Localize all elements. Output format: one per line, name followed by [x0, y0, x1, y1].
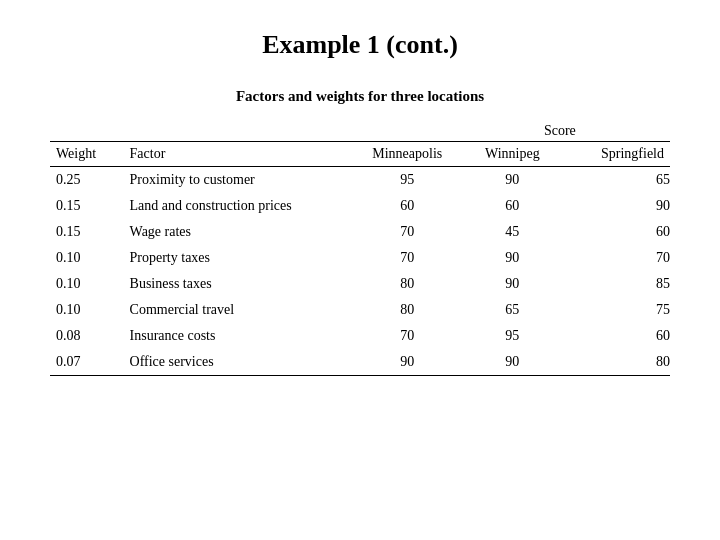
factor-cell: Commercial travel — [124, 297, 355, 323]
table-row: 0.15Wage rates704560 — [50, 219, 670, 245]
winnipeg-cell: 45 — [460, 219, 565, 245]
table-row: 0.10Property taxes709070 — [50, 245, 670, 271]
minneapolis-column-header: Minneapolis — [355, 142, 460, 167]
springfield-cell: 70 — [565, 245, 670, 271]
minneapolis-cell: 60 — [355, 193, 460, 219]
winnipeg-cell: 90 — [460, 349, 565, 376]
minneapolis-cell: 90 — [355, 349, 460, 376]
table-row: 0.08Insurance costs709560 — [50, 323, 670, 349]
score-label: Score — [460, 123, 670, 142]
table-row: 0.10Commercial travel806575 — [50, 297, 670, 323]
weight-cell: 0.10 — [50, 297, 124, 323]
factor-cell: Proximity to customer — [124, 167, 355, 194]
weight-cell: 0.15 — [50, 219, 124, 245]
subtitle: Factors and weights for three locations — [236, 88, 484, 105]
minneapolis-cell: 95 — [355, 167, 460, 194]
winnipeg-cell: 60 — [460, 193, 565, 219]
weight-cell: 0.10 — [50, 245, 124, 271]
winnipeg-cell: 95 — [460, 323, 565, 349]
empty-factor-header — [124, 123, 355, 142]
page-title: Example 1 (cont.) — [262, 30, 458, 60]
minneapolis-cell: 80 — [355, 297, 460, 323]
factor-cell: Wage rates — [124, 219, 355, 245]
minneapolis-cell: 70 — [355, 323, 460, 349]
table-body: 0.25Proximity to customer9590650.15Land … — [50, 167, 670, 376]
springfield-cell: 90 — [565, 193, 670, 219]
column-headers-row: Weight Factor Minneapolis Winnipeg Sprin… — [50, 142, 670, 167]
weight-cell: 0.07 — [50, 349, 124, 376]
springfield-cell: 60 — [565, 219, 670, 245]
winnipeg-cell: 90 — [460, 271, 565, 297]
springfield-cell: 60 — [565, 323, 670, 349]
table-row: 0.10Business taxes809085 — [50, 271, 670, 297]
weight-column-header: Weight — [50, 142, 124, 167]
minneapolis-cell: 80 — [355, 271, 460, 297]
minneapolis-cell: 70 — [355, 245, 460, 271]
weight-cell: 0.10 — [50, 271, 124, 297]
factor-cell: Office services — [124, 349, 355, 376]
winnipeg-cell: 65 — [460, 297, 565, 323]
springfield-column-header: Springfield — [565, 142, 670, 167]
weight-cell: 0.25 — [50, 167, 124, 194]
score-header-row: Score — [50, 123, 670, 142]
springfield-cell: 85 — [565, 271, 670, 297]
factor-cell: Land and construction prices — [124, 193, 355, 219]
weight-cell: 0.08 — [50, 323, 124, 349]
table-row: 0.25Proximity to customer959065 — [50, 167, 670, 194]
winnipeg-column-header: Winnipeg — [460, 142, 565, 167]
table-row: 0.07Office services909080 — [50, 349, 670, 376]
minneapolis-cell: 70 — [355, 219, 460, 245]
empty-weight-header — [50, 123, 124, 142]
factor-cell: Business taxes — [124, 271, 355, 297]
springfield-cell: 75 — [565, 297, 670, 323]
table-row: 0.15Land and construction prices606090 — [50, 193, 670, 219]
empty-minneapolis-header — [355, 123, 460, 142]
springfield-cell: 80 — [565, 349, 670, 376]
factor-cell: Insurance costs — [124, 323, 355, 349]
winnipeg-cell: 90 — [460, 245, 565, 271]
winnipeg-cell: 90 — [460, 167, 565, 194]
table-wrapper: Score Weight Factor Minneapolis Winnipeg… — [50, 123, 670, 376]
springfield-cell: 65 — [565, 167, 670, 194]
factor-cell: Property taxes — [124, 245, 355, 271]
weight-cell: 0.15 — [50, 193, 124, 219]
data-table: Score Weight Factor Minneapolis Winnipeg… — [50, 123, 670, 376]
factor-column-header: Factor — [124, 142, 355, 167]
